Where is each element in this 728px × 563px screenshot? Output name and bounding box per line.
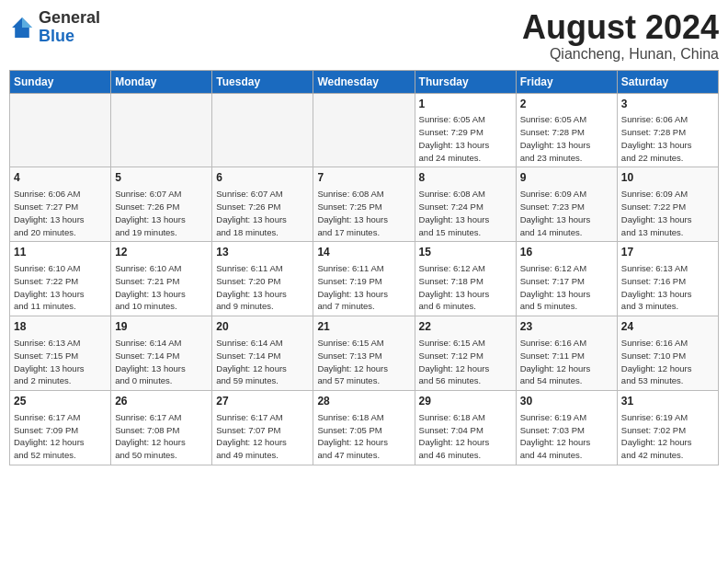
- day-number: 24: [621, 319, 714, 335]
- calendar-day-cell: 21Sunrise: 6:15 AM Sunset: 7:13 PM Dayli…: [313, 316, 415, 391]
- day-info: Sunrise: 6:19 AM Sunset: 7:02 PM Dayligh…: [621, 411, 714, 462]
- day-number: 12: [115, 245, 208, 260]
- day-info: Sunrise: 6:12 AM Sunset: 7:17 PM Dayligh…: [520, 262, 613, 313]
- calendar-day-cell: 27Sunrise: 6:17 AM Sunset: 7:07 PM Dayli…: [212, 391, 313, 465]
- calendar-day-cell: 9Sunrise: 6:09 AM Sunset: 7:23 PM Daylig…: [516, 167, 617, 242]
- calendar-week-row: 4Sunrise: 6:06 AM Sunset: 7:27 PM Daylig…: [10, 167, 719, 242]
- day-info: Sunrise: 6:14 AM Sunset: 7:14 PM Dayligh…: [216, 337, 309, 387]
- day-number: 21: [317, 319, 410, 335]
- day-info: Sunrise: 6:06 AM Sunset: 7:28 PM Dayligh…: [621, 113, 714, 164]
- day-info: Sunrise: 6:06 AM Sunset: 7:27 PM Dayligh…: [14, 188, 107, 238]
- day-info: Sunrise: 6:05 AM Sunset: 7:29 PM Dayligh…: [419, 113, 512, 164]
- calendar-title: August 2024: [522, 9, 719, 46]
- day-info: Sunrise: 6:09 AM Sunset: 7:23 PM Dayligh…: [520, 188, 613, 238]
- day-info: Sunrise: 6:13 AM Sunset: 7:15 PM Dayligh…: [14, 337, 107, 387]
- day-number: 23: [520, 319, 613, 335]
- calendar-day-cell: 30Sunrise: 6:19 AM Sunset: 7:03 PM Dayli…: [516, 391, 617, 465]
- calendar-day-cell: 6Sunrise: 6:07 AM Sunset: 7:26 PM Daylig…: [212, 167, 313, 242]
- day-number: 8: [419, 170, 512, 186]
- weekday-header: Sunday: [10, 70, 111, 93]
- day-number: 5: [115, 170, 208, 186]
- day-info: Sunrise: 6:15 AM Sunset: 7:12 PM Dayligh…: [419, 337, 512, 387]
- day-number: 10: [621, 170, 714, 186]
- day-number: 11: [14, 245, 107, 260]
- calendar-day-cell: 8Sunrise: 6:08 AM Sunset: 7:24 PM Daylig…: [415, 167, 516, 242]
- day-info: Sunrise: 6:15 AM Sunset: 7:13 PM Dayligh…: [317, 337, 410, 387]
- day-info: Sunrise: 6:05 AM Sunset: 7:28 PM Dayligh…: [520, 113, 613, 164]
- calendar-day-cell: 17Sunrise: 6:13 AM Sunset: 7:16 PM Dayli…: [617, 242, 718, 316]
- day-info: Sunrise: 6:16 AM Sunset: 7:11 PM Dayligh…: [520, 337, 613, 387]
- calendar-day-cell: 14Sunrise: 6:11 AM Sunset: 7:19 PM Dayli…: [313, 242, 415, 316]
- day-number: 4: [14, 170, 107, 186]
- calendar-day-cell: 5Sunrise: 6:07 AM Sunset: 7:26 PM Daylig…: [111, 167, 212, 242]
- day-number: 26: [115, 394, 208, 409]
- weekday-header: Thursday: [415, 70, 516, 93]
- calendar-week-row: 11Sunrise: 6:10 AM Sunset: 7:22 PM Dayli…: [10, 242, 719, 316]
- calendar-day-cell: 19Sunrise: 6:14 AM Sunset: 7:14 PM Dayli…: [111, 316, 212, 391]
- calendar-body: 1Sunrise: 6:05 AM Sunset: 7:29 PM Daylig…: [10, 93, 719, 465]
- calendar-day-cell: [111, 93, 212, 167]
- day-number: 3: [621, 97, 714, 112]
- day-info: Sunrise: 6:18 AM Sunset: 7:04 PM Dayligh…: [419, 411, 512, 462]
- day-number: 6: [216, 170, 309, 186]
- day-number: 18: [14, 319, 107, 335]
- day-info: Sunrise: 6:11 AM Sunset: 7:19 PM Dayligh…: [317, 262, 410, 313]
- weekday-header: Wednesday: [313, 70, 415, 93]
- day-number: 16: [520, 245, 613, 260]
- day-number: 17: [621, 245, 714, 260]
- day-number: 15: [419, 245, 512, 260]
- day-info: Sunrise: 6:12 AM Sunset: 7:18 PM Dayligh…: [419, 262, 512, 313]
- calendar-day-cell: 4Sunrise: 6:06 AM Sunset: 7:27 PM Daylig…: [10, 167, 111, 242]
- calendar-day-cell: 24Sunrise: 6:16 AM Sunset: 7:10 PM Dayli…: [617, 316, 718, 391]
- day-info: Sunrise: 6:19 AM Sunset: 7:03 PM Dayligh…: [520, 411, 613, 462]
- day-info: Sunrise: 6:07 AM Sunset: 7:26 PM Dayligh…: [115, 188, 208, 238]
- calendar-day-cell: 29Sunrise: 6:18 AM Sunset: 7:04 PM Dayli…: [415, 391, 516, 465]
- calendar-day-cell: 20Sunrise: 6:14 AM Sunset: 7:14 PM Dayli…: [212, 316, 313, 391]
- title-block: August 2024 Qiancheng, Hunan, China: [522, 9, 719, 63]
- logo: General Blue: [9, 9, 100, 46]
- calendar-day-cell: 16Sunrise: 6:12 AM Sunset: 7:17 PM Dayli…: [516, 242, 617, 316]
- calendar-day-cell: 3Sunrise: 6:06 AM Sunset: 7:28 PM Daylig…: [617, 93, 718, 167]
- logo-blue-text: Blue: [39, 27, 74, 45]
- day-info: Sunrise: 6:17 AM Sunset: 7:09 PM Dayligh…: [14, 411, 107, 462]
- day-info: Sunrise: 6:08 AM Sunset: 7:25 PM Dayligh…: [317, 188, 410, 238]
- calendar-day-cell: 25Sunrise: 6:17 AM Sunset: 7:09 PM Dayli…: [10, 391, 111, 465]
- calendar-day-cell: 7Sunrise: 6:08 AM Sunset: 7:25 PM Daylig…: [313, 167, 415, 242]
- day-number: 9: [520, 170, 613, 186]
- day-number: 28: [317, 394, 410, 409]
- calendar-day-cell: 13Sunrise: 6:11 AM Sunset: 7:20 PM Dayli…: [212, 242, 313, 316]
- calendar-week-row: 1Sunrise: 6:05 AM Sunset: 7:29 PM Daylig…: [10, 93, 719, 167]
- logo-general-text: General: [39, 8, 100, 27]
- day-number: 19: [115, 319, 208, 335]
- calendar-day-cell: [212, 93, 313, 167]
- day-number: 1: [419, 97, 512, 112]
- svg-marker-1: [22, 17, 32, 28]
- calendar-day-cell: 23Sunrise: 6:16 AM Sunset: 7:11 PM Dayli…: [516, 316, 617, 391]
- day-number: 7: [317, 170, 410, 186]
- calendar-day-cell: 12Sunrise: 6:10 AM Sunset: 7:21 PM Dayli…: [111, 242, 212, 316]
- day-info: Sunrise: 6:13 AM Sunset: 7:16 PM Dayligh…: [621, 262, 714, 313]
- day-info: Sunrise: 6:08 AM Sunset: 7:24 PM Dayligh…: [419, 188, 512, 238]
- calendar-day-cell: 28Sunrise: 6:18 AM Sunset: 7:05 PM Dayli…: [313, 391, 415, 465]
- calendar-day-cell: 26Sunrise: 6:17 AM Sunset: 7:08 PM Dayli…: [111, 391, 212, 465]
- day-number: 29: [419, 394, 512, 409]
- day-number: 14: [317, 245, 410, 260]
- day-number: 31: [621, 394, 714, 409]
- day-number: 25: [14, 394, 107, 409]
- calendar-header-row: SundayMondayTuesdayWednesdayThursdayFrid…: [10, 70, 719, 93]
- logo-icon: [9, 15, 35, 40]
- weekday-header: Saturday: [617, 70, 718, 93]
- calendar-day-cell: 15Sunrise: 6:12 AM Sunset: 7:18 PM Dayli…: [415, 242, 516, 316]
- day-number: 22: [419, 319, 512, 335]
- calendar-day-cell: 1Sunrise: 6:05 AM Sunset: 7:29 PM Daylig…: [415, 93, 516, 167]
- calendar-day-cell: [313, 93, 415, 167]
- calendar-day-cell: 2Sunrise: 6:05 AM Sunset: 7:28 PM Daylig…: [516, 93, 617, 167]
- calendar-day-cell: [10, 93, 111, 167]
- day-info: Sunrise: 6:07 AM Sunset: 7:26 PM Dayligh…: [216, 188, 309, 238]
- calendar-week-row: 18Sunrise: 6:13 AM Sunset: 7:15 PM Dayli…: [10, 316, 719, 391]
- calendar-day-cell: 22Sunrise: 6:15 AM Sunset: 7:12 PM Dayli…: [415, 316, 516, 391]
- calendar-table: SundayMondayTuesdayWednesdayThursdayFrid…: [9, 70, 719, 465]
- day-info: Sunrise: 6:11 AM Sunset: 7:20 PM Dayligh…: [216, 262, 309, 313]
- day-info: Sunrise: 6:17 AM Sunset: 7:08 PM Dayligh…: [115, 411, 208, 462]
- day-info: Sunrise: 6:18 AM Sunset: 7:05 PM Dayligh…: [317, 411, 410, 462]
